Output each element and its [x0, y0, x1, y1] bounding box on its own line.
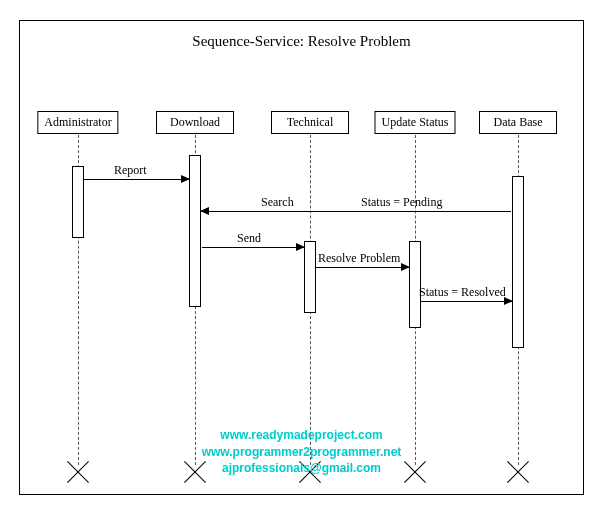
message-report: Report — [84, 179, 189, 180]
message-label: Report — [114, 163, 147, 178]
diagram-frame: Sequence-Service: Resolve Problem Admini… — [19, 20, 584, 495]
destroy-icon — [182, 459, 208, 485]
activation-bar — [512, 176, 524, 348]
participant-label: Data Base — [479, 111, 557, 134]
destroy-icon — [65, 459, 91, 485]
message-label: Resolve Problem — [318, 251, 400, 266]
message-resolved: Status = Resolved — [421, 301, 512, 302]
sequence-diagram: Administrator Download Technical Update … — [20, 71, 583, 491]
message-resolve: Resolve Problem — [316, 267, 409, 268]
participant-label: Download — [156, 111, 234, 134]
arrow-right-icon — [401, 263, 410, 271]
message-send: Send — [202, 247, 304, 248]
destroy-icon — [402, 459, 428, 485]
diagram-title: Sequence-Service: Resolve Problem — [20, 33, 583, 50]
arrow-right-icon — [504, 297, 513, 305]
destroy-icon — [505, 459, 531, 485]
arrow-left-icon — [200, 207, 209, 215]
arrow-right-icon — [181, 175, 190, 183]
message-label: Send — [237, 231, 261, 246]
arrow-right-icon — [296, 243, 305, 251]
activation-bar — [72, 166, 84, 238]
message-search-pending: Search Status = Pending — [201, 211, 511, 212]
participant-label: Administrator — [37, 111, 118, 134]
participant-label: Update Status — [375, 111, 456, 134]
message-label: Search — [261, 195, 294, 210]
participant-label: Technical — [271, 111, 349, 134]
activation-bar — [189, 155, 201, 307]
destroy-icon — [297, 459, 323, 485]
activation-bar — [304, 241, 316, 313]
message-label: Status = Pending — [361, 195, 442, 210]
message-label: Status = Resolved — [419, 285, 506, 300]
